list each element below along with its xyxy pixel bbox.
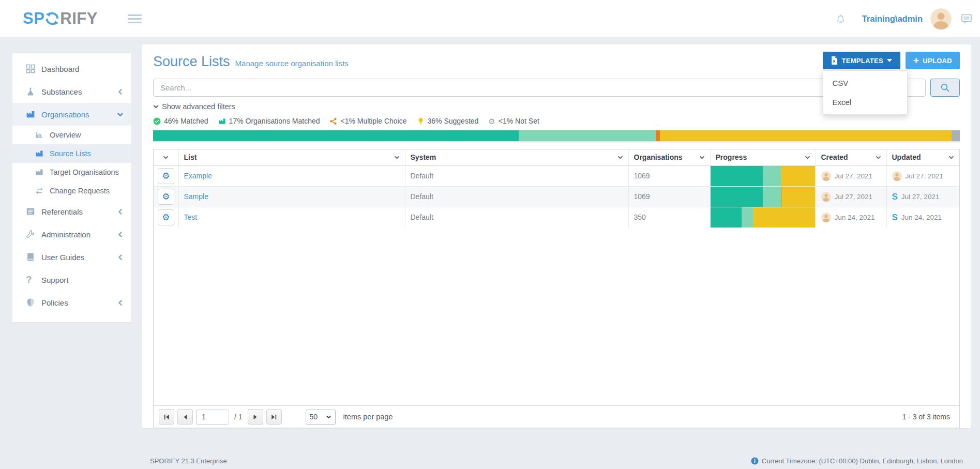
- search-input[interactable]: [153, 79, 926, 97]
- sidebar-item-label: Change Requests: [50, 187, 124, 195]
- notifications-bell-icon[interactable]: [835, 13, 847, 25]
- organisations-count-cell: 350: [628, 207, 710, 228]
- page-subtitle: Manage source organisation lists: [235, 59, 349, 68]
- stat-46-matched: 46% Matched: [153, 117, 208, 125]
- column-header-organisations[interactable]: Organisations: [634, 153, 705, 161]
- chevron-left-icon: [117, 299, 124, 306]
- stat-17-organisations-matched: 17% Organisations Matched: [218, 117, 320, 125]
- app-logo[interactable]: SP RIFY: [23, 9, 98, 28]
- updated-date: Jul 27, 2021: [906, 172, 944, 180]
- plus-icon: +: [913, 55, 919, 65]
- sidebar-item-overview[interactable]: Overview: [12, 126, 131, 144]
- current-user-link[interactable]: Training\admin: [862, 14, 923, 24]
- list-name-link[interactable]: Sample: [184, 192, 208, 201]
- column-expander-header[interactable]: [159, 155, 173, 160]
- sidebar-item-policies[interactable]: Policies: [12, 291, 131, 314]
- dashboard-icon: [26, 64, 41, 73]
- sidebar-item-dashboard[interactable]: Dashboard: [12, 57, 131, 80]
- created-date: Jul 27, 2021: [835, 172, 873, 180]
- chevron-left-icon: [117, 231, 124, 238]
- templates-button-label: TEMPLATES: [841, 57, 883, 65]
- column-header-label: System: [411, 153, 617, 161]
- info-icon: [751, 457, 759, 465]
- sync-arrows-icon: [45, 11, 59, 26]
- column-header-label: Created: [821, 153, 876, 161]
- gear-icon: ⚙: [488, 117, 495, 125]
- prev-page-button[interactable]: [177, 409, 193, 425]
- sidebar-item-administration[interactable]: Administration: [12, 223, 131, 246]
- sidebar-item-substances[interactable]: Substances: [12, 80, 131, 103]
- row-settings-gear-button[interactable]: ⚙: [158, 189, 174, 205]
- last-page-button[interactable]: [266, 409, 282, 425]
- question-icon: ?: [26, 275, 41, 284]
- progress-segment-not-set: [952, 130, 960, 141]
- progress-segment: [711, 166, 763, 186]
- sidebar-item-support[interactable]: ?Support: [12, 268, 131, 291]
- app-body: DashboardSubstancesOrganisationsOverview…: [0, 37, 980, 469]
- sidebar-item-organisations[interactable]: Organisations: [12, 103, 131, 126]
- column-header-list[interactable]: List: [184, 153, 400, 161]
- items-per-page-label: items per page: [343, 413, 393, 421]
- list-name-link[interactable]: Example: [184, 172, 212, 180]
- next-page-button[interactable]: [248, 409, 263, 425]
- sidebar-item-label: Administration: [41, 230, 117, 239]
- first-page-button[interactable]: [159, 409, 174, 425]
- column-header-created[interactable]: Created: [821, 153, 881, 161]
- chevron-left-icon: [117, 208, 124, 215]
- feedback-chat-icon[interactable]: [960, 12, 973, 25]
- created-cell: Jun 24, 2021: [821, 213, 881, 222]
- top-header: SP RIFY Training\admin: [0, 0, 980, 37]
- sidebar-item-label: Substances: [41, 87, 117, 96]
- organisations-count-cell: 1069: [628, 186, 710, 207]
- page-size-select[interactable]: 50: [306, 410, 336, 425]
- sidebar-item-source-lists[interactable]: Source Lists: [12, 144, 131, 163]
- progress-segment-multiple-choice: [656, 130, 660, 141]
- menu-item-excel[interactable]: Excel: [823, 93, 907, 112]
- page-title: Source Lists: [153, 52, 230, 71]
- system-cell: Default: [405, 186, 628, 207]
- chevron-down-icon: [805, 155, 810, 160]
- menu-item-csv[interactable]: CSV: [823, 73, 907, 93]
- page-size-value: 50: [310, 413, 318, 421]
- file-template-icon: [831, 56, 838, 65]
- sidebar-item-label: Target Organisations: [50, 168, 124, 176]
- progress-segment: [763, 187, 781, 207]
- upload-button[interactable]: + UPLOAD: [906, 52, 960, 69]
- templates-button[interactable]: TEMPLATES: [823, 52, 900, 69]
- progress-segment: [753, 207, 816, 228]
- menu-toggle-icon[interactable]: [128, 12, 142, 25]
- app-version-label: SPORIFY 21.3 Enterprise: [150, 457, 227, 465]
- column-header-updated[interactable]: Updated: [892, 153, 955, 161]
- row-progress-bar: [711, 166, 816, 186]
- user-avatar-icon: [892, 171, 902, 181]
- search-button[interactable]: [930, 79, 960, 97]
- created-cell: Jul 27, 2021: [821, 192, 881, 202]
- row-settings-gear-button[interactable]: ⚙: [158, 209, 174, 225]
- column-header-label: Organisations: [634, 153, 699, 161]
- sidebar-item-user-guides[interactable]: User Guides: [12, 246, 131, 268]
- stat-label: <1% Not Set: [499, 117, 539, 125]
- industry-icon: [218, 117, 226, 125]
- user-avatar[interactable]: [930, 8, 952, 29]
- sidebar-item-target-organisations[interactable]: Target Organisations: [12, 163, 131, 181]
- column-header-system[interactable]: System: [411, 153, 623, 161]
- updated-date: Jul 27, 2021: [901, 193, 940, 201]
- page-number-input[interactable]: [196, 410, 229, 425]
- progress-segment: [742, 207, 752, 228]
- stat-label: 46% Matched: [164, 117, 208, 125]
- organisations-count-cell: 1069: [628, 165, 710, 186]
- filter-toggle-label: Show advanced filters: [162, 102, 235, 111]
- list-name-link[interactable]: Test: [184, 213, 198, 221]
- updated-cell: SJun 24, 2021: [892, 213, 955, 222]
- sidebar-item-label: Support: [41, 276, 124, 284]
- last-page-icon: [270, 413, 278, 421]
- column-header-progress[interactable]: Progress: [716, 153, 810, 161]
- logo-text-rify: RIFY: [60, 9, 98, 28]
- sidebar-item-referentials[interactable]: Referentials: [12, 200, 131, 223]
- progress-segment-organisations-matched: [519, 130, 656, 141]
- show-advanced-filters-toggle[interactable]: Show advanced filters: [153, 102, 235, 111]
- sidebar-item-change-requests[interactable]: Change Requests: [12, 181, 131, 200]
- sidebar-item-label: Policies: [41, 298, 117, 307]
- industry-icon: [35, 149, 50, 158]
- row-settings-gear-button[interactable]: ⚙: [158, 168, 174, 184]
